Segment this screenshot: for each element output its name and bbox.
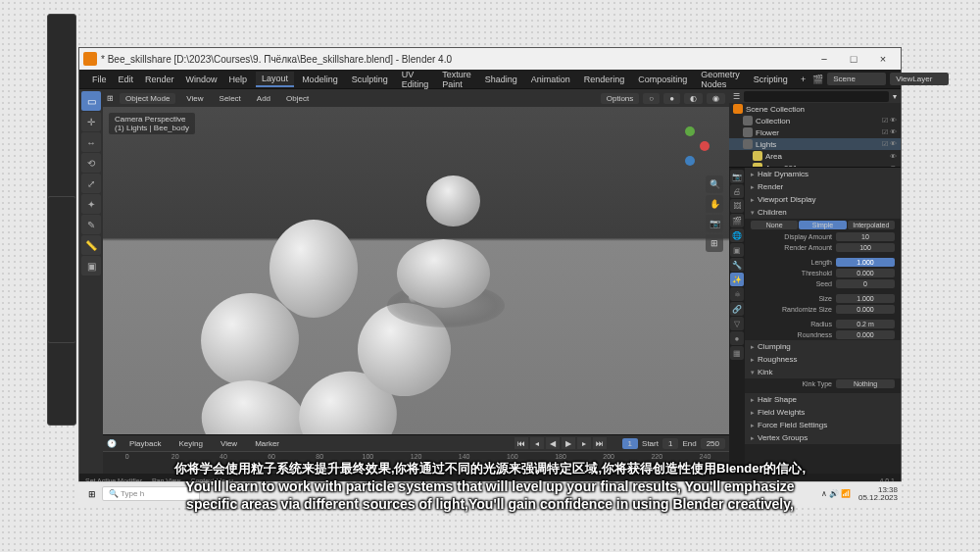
editor-type-icon[interactable]: ⊞ <box>107 94 114 103</box>
prop-tab-scene[interactable]: 🎬 <box>730 214 744 227</box>
menu-edit[interactable]: Edit <box>114 73 139 86</box>
section-roughness[interactable]: ▸Roughness <box>745 353 901 366</box>
zoom-icon[interactable]: 🔍 <box>706 176 723 193</box>
roundness-input[interactable]: 0.000 <box>836 330 895 339</box>
prop-tab-constraints[interactable]: 🔗 <box>730 302 744 316</box>
shading-mode-solid[interactable]: ● <box>663 93 680 104</box>
workspace-add[interactable]: + <box>796 73 810 86</box>
timeline-keying[interactable]: Keying <box>173 437 207 450</box>
prop-tab-physics[interactable]: ⚛ <box>730 287 744 301</box>
workspace-geometry-nodes[interactable]: Geometry Nodes <box>695 68 746 91</box>
minimize-button[interactable]: − <box>810 50 838 68</box>
workspace-sculpting[interactable]: Sculpting <box>346 73 394 86</box>
navigation-gizmo[interactable] <box>670 126 710 166</box>
prop-tab-viewlayer[interactable]: 🖼 <box>730 199 744 213</box>
tool-cursor[interactable]: ✛ <box>81 112 101 131</box>
scene-selector[interactable]: Scene <box>827 73 886 85</box>
maximize-button[interactable]: □ <box>840 50 867 68</box>
shading-mode-rendered[interactable]: ◉ <box>707 93 725 104</box>
section-viewport-display[interactable]: ▸Viewport Display <box>745 193 901 206</box>
outliner-item[interactable]: Area 👁 <box>729 150 901 162</box>
gizmo-z-axis[interactable] <box>685 156 695 166</box>
prev-keyframe-button[interactable]: ◂ <box>530 437 544 449</box>
viewport-menu-view[interactable]: View <box>181 92 208 105</box>
perspective-icon[interactable]: ⊞ <box>706 234 723 252</box>
gizmo-y-axis[interactable] <box>685 126 695 136</box>
prop-tab-world[interactable]: 🌐 <box>730 228 744 242</box>
outliner-filter-icon[interactable]: ▾ <box>893 92 897 101</box>
outliner-search[interactable] <box>744 91 889 102</box>
section-field-weights[interactable]: ▸Field Weights <box>745 406 901 419</box>
workspace-animation[interactable]: Animation <box>525 73 576 86</box>
section-clumping[interactable]: ▸Clumping <box>745 340 901 353</box>
randomize-size-input[interactable]: 0.000 <box>836 305 895 314</box>
workspace-shading[interactable]: Shading <box>479 73 523 86</box>
section-hair-dynamics[interactable]: ▸Hair Dynamics <box>745 168 901 180</box>
prop-tab-texture[interactable]: ▦ <box>730 346 744 360</box>
prop-tab-material[interactable]: ● <box>730 331 744 345</box>
outliner-item[interactable]: Lights ☑👁 <box>729 138 901 150</box>
section-vertex-groups[interactable]: ▸Vertex Groups <box>745 431 901 444</box>
children-mode-none[interactable]: None <box>751 221 798 229</box>
tool-add-cube[interactable]: ▣ <box>81 256 101 276</box>
display-amount-input[interactable]: 10 <box>836 232 895 241</box>
tool-annotate[interactable]: ✎ <box>81 215 101 234</box>
timeline-view[interactable]: View <box>216 437 242 450</box>
start-frame[interactable]: 1 <box>662 438 678 449</box>
viewlayer-selector[interactable]: ViewLayer <box>890 73 949 85</box>
tool-select-box[interactable]: ▭ <box>81 91 101 111</box>
close-button[interactable]: × <box>869 50 897 68</box>
timeline-editor-icon[interactable]: 🕐 <box>107 439 117 448</box>
3d-viewport[interactable]: Camera Perspective (1) Lights | Bee_body <box>103 107 729 434</box>
menu-file[interactable]: File <box>87 73 112 86</box>
end-frame[interactable]: 250 <box>701 438 725 449</box>
tool-move[interactable]: ↔ <box>81 132 101 152</box>
prop-tab-output[interactable]: 🖨 <box>730 184 744 198</box>
workspace-scripting[interactable]: Scripting <box>748 73 794 86</box>
children-mode-interpolated[interactable]: Interpolated <box>848 221 895 229</box>
tool-transform[interactable]: ✦ <box>81 194 101 214</box>
prop-tab-object[interactable]: ▣ <box>730 243 744 257</box>
play-button[interactable]: ▶ <box>562 437 575 449</box>
workspace-modeling[interactable]: Modeling <box>296 73 344 86</box>
timeline-marker[interactable]: Marker <box>250 437 284 450</box>
radius-input[interactable]: 0.2 m <box>836 320 895 328</box>
menu-window[interactable]: Window <box>181 73 222 86</box>
viewport-menu-add[interactable]: Add <box>252 92 275 105</box>
viewport-menu-select[interactable]: Select <box>215 92 246 105</box>
prop-tab-modifier[interactable]: 🔧 <box>730 258 744 272</box>
outliner-item[interactable]: Flower ☑👁 <box>729 126 901 138</box>
gizmo-x-axis[interactable] <box>700 141 710 151</box>
jump-start-button[interactable]: ⏮ <box>514 437 528 449</box>
workspace-layout[interactable]: Layout <box>256 72 294 87</box>
outliner-item[interactable]: Collection ☑👁 <box>729 115 901 126</box>
seed-input[interactable]: 0 <box>836 279 895 288</box>
threshold-input[interactable]: 0.000 <box>836 269 895 277</box>
outliner-scene-collection[interactable]: Scene Collection <box>729 103 901 115</box>
workspace-rendering[interactable]: Rendering <box>578 73 631 86</box>
prop-tab-render[interactable]: 📷 <box>730 170 744 183</box>
tool-scale[interactable]: ⤢ <box>81 174 101 193</box>
viewport-menu-object[interactable]: Object <box>281 92 314 105</box>
camera-icon[interactable]: 📷 <box>706 215 723 232</box>
prop-tab-particles[interactable]: ✨ <box>730 273 744 286</box>
pan-icon[interactable]: ✋ <box>706 195 723 213</box>
viewport-options[interactable]: Options <box>601 93 640 104</box>
children-mode-simple[interactable]: Simple <box>799 221 846 229</box>
size-input[interactable]: 1.000 <box>836 294 895 303</box>
kink-type-select[interactable]: Nothing <box>836 379 895 388</box>
section-children[interactable]: ▾Children <box>745 206 901 219</box>
current-frame[interactable]: 1 <box>622 438 638 449</box>
timeline-playback[interactable]: Playback <box>124 437 166 450</box>
section-render[interactable]: ▸Render <box>745 180 901 193</box>
next-keyframe-button[interactable]: ▸ <box>577 437 591 449</box>
tool-measure[interactable]: 📏 <box>81 235 101 255</box>
menu-help[interactable]: Help <box>224 73 253 86</box>
render-amount-input[interactable]: 100 <box>836 243 895 252</box>
jump-end-button[interactable]: ⏭ <box>593 437 607 449</box>
length-input[interactable]: 1.000 <box>836 258 895 267</box>
section-force-field[interactable]: ▸Force Field Settings <box>745 419 901 431</box>
shading-mode-wireframe[interactable]: ○ <box>643 93 660 104</box>
section-hair-shape[interactable]: ▸Hair Shape <box>745 393 901 406</box>
workspace-compositing[interactable]: Compositing <box>632 73 693 86</box>
